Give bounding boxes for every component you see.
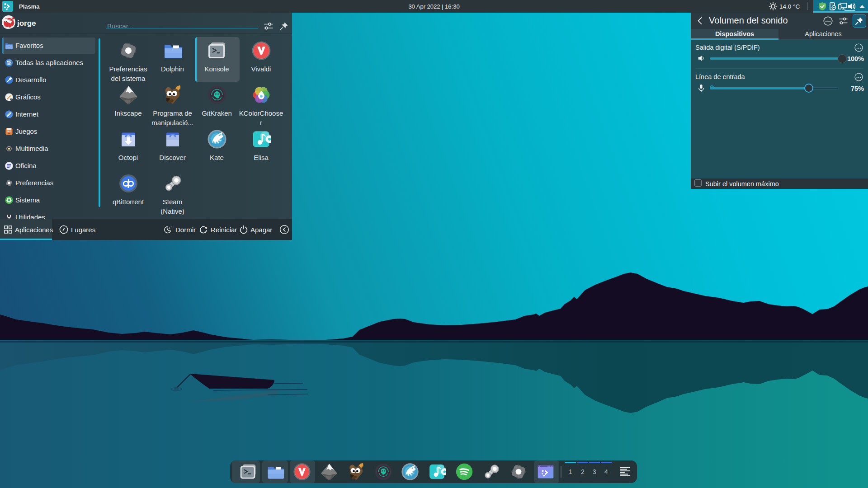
svg-text:z: z <box>170 225 172 228</box>
svg-text:z: z <box>169 226 170 229</box>
